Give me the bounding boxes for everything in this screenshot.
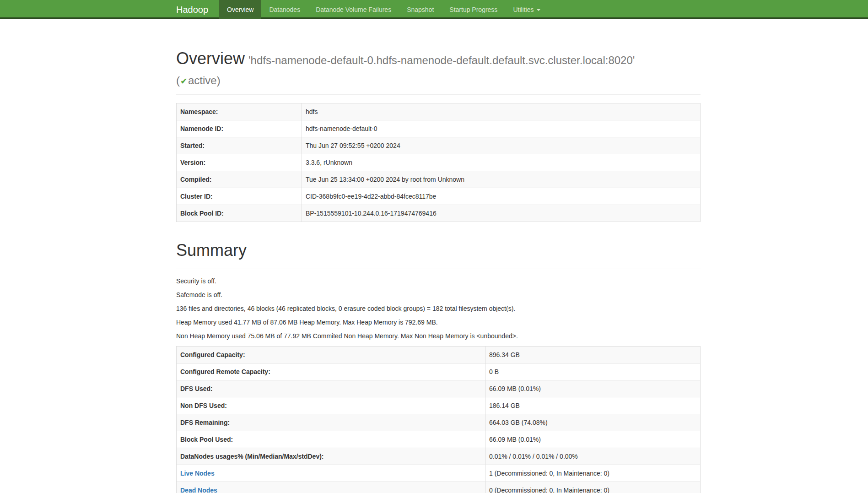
tab-datanode-volume-failures[interactable]: Datanode Volume Failures: [308, 0, 399, 19]
summary-table: Configured Capacity:896.34 GB Configured…: [176, 346, 701, 493]
summary-line-security: Security is off.: [176, 276, 701, 287]
state-open-paren: (: [176, 74, 180, 87]
summary-line-files: 136 files and directories, 46 blocks (46…: [176, 303, 701, 314]
summary-label: DFS Used:: [177, 380, 485, 397]
tab-utilities-label: Utilities: [513, 6, 534, 13]
live-nodes-link[interactable]: Live Nodes: [180, 470, 215, 477]
summary-value: 664.03 GB (74.08%): [485, 414, 701, 431]
summary-value: 66.09 MB (0.01%): [485, 431, 701, 448]
table-row: DFS Remaining:664.03 GB (74.08%): [177, 414, 701, 431]
overview-header: Overview'hdfs-namenode-default-0.hdfs-na…: [176, 49, 701, 95]
table-row: Namespace:hdfs: [177, 103, 701, 120]
info-label: Namespace:: [177, 103, 302, 120]
table-row: Started:Thu Jun 27 09:52:55 +0200 2024: [177, 137, 701, 154]
summary-line-nonheap: Non Heap Memory used 75.06 MB of 77.92 M…: [176, 330, 701, 341]
summary-label: DataNodes usages% (Min/Median/Max/stdDev…: [177, 448, 485, 465]
tab-overview[interactable]: Overview: [219, 0, 261, 19]
navbar-tabs: Overview Datanodes Datanode Volume Failu…: [219, 0, 548, 19]
summary-header: Summary: [176, 240, 701, 269]
navbar: Hadoop Overview Datanodes Datanode Volum…: [0, 0, 868, 19]
table-row: DataNodes usages% (Min/Median/Max/stdDev…: [177, 448, 701, 465]
summary-value: 896.34 GB: [485, 346, 701, 363]
table-row: Configured Capacity:896.34 GB: [177, 346, 701, 363]
info-value: Tue Jun 25 13:34:00 +0200 2024 by root f…: [302, 171, 701, 188]
tab-snapshot[interactable]: Snapshot: [399, 0, 442, 19]
tab-utilities-dropdown[interactable]: Utilities: [505, 0, 548, 19]
summary-value: 1 (Decommissioned: 0, In Maintenance: 0): [485, 465, 701, 482]
tab-datanodes[interactable]: Datanodes: [261, 0, 308, 19]
table-row: Live Nodes1 (Decommissioned: 0, In Maint…: [177, 465, 701, 482]
navbar-brand[interactable]: Hadoop: [176, 0, 219, 19]
namenode-address: 'hdfs-namenode-default-0.hdfs-namenode-d…: [248, 54, 635, 66]
info-value: 3.3.6, rUnknown: [302, 154, 701, 171]
overview-heading: Overview'hdfs-namenode-default-0.hdfs-na…: [176, 49, 701, 89]
summary-value: 186.14 GB: [485, 397, 701, 414]
info-value: Thu Jun 27 09:52:55 +0200 2024: [302, 137, 701, 154]
info-label: Compiled:: [177, 171, 302, 188]
namenode-state: active: [188, 74, 217, 87]
summary-value: 0.01% / 0.01% / 0.01% / 0.00%: [485, 448, 701, 465]
page-title: Overview: [176, 49, 245, 68]
summary-value: 0 B: [485, 363, 701, 380]
dead-nodes-link[interactable]: Dead Nodes: [180, 487, 217, 493]
summary-line-heap: Heap Memory used 41.77 MB of 87.06 MB He…: [176, 317, 701, 328]
info-label: Version:: [177, 154, 302, 171]
table-row: Compiled:Tue Jun 25 13:34:00 +0200 2024 …: [177, 171, 701, 188]
summary-label: DFS Remaining:: [177, 414, 485, 431]
summary-label: Configured Remote Capacity:: [177, 363, 485, 380]
caret-down-icon: [537, 9, 540, 11]
table-row: Cluster ID:CID-368b9fc0-ee19-4d22-abbd-8…: [177, 188, 701, 205]
namenode-info-table: Namespace:hdfs Namenode ID:hdfs-namenode…: [176, 103, 701, 222]
check-icon: ✔: [180, 76, 188, 86]
info-label: Started:: [177, 137, 302, 154]
info-label: Cluster ID:: [177, 188, 302, 205]
table-row: Namenode ID:hdfs-namenode-default-0: [177, 120, 701, 137]
state-close-paren: ): [217, 74, 221, 87]
info-label: Namenode ID:: [177, 120, 302, 137]
info-value: hdfs: [302, 103, 701, 120]
summary-title: Summary: [176, 240, 701, 260]
summary-label: Block Pool Used:: [177, 431, 485, 448]
info-value: CID-368b9fc0-ee19-4d22-abbd-84fcec8117be: [302, 188, 701, 205]
info-value: hdfs-namenode-default-0: [302, 120, 701, 137]
table-row: DFS Used:66.09 MB (0.01%): [177, 380, 701, 397]
table-row: Dead Nodes0 (Decommissioned: 0, In Maint…: [177, 482, 701, 493]
table-row: Version:3.3.6, rUnknown: [177, 154, 701, 171]
table-row: Configured Remote Capacity:0 B: [177, 363, 701, 380]
table-row: Block Pool Used:66.09 MB (0.01%): [177, 431, 701, 448]
tab-startup-progress[interactable]: Startup Progress: [442, 0, 505, 19]
table-row: Block Pool ID:BP-1515559101-10.244.0.16-…: [177, 205, 701, 222]
summary-line-safemode: Safemode is off.: [176, 289, 701, 300]
info-label: Block Pool ID:: [177, 205, 302, 222]
summary-value: 0 (Decommissioned: 0, In Maintenance: 0): [485, 482, 701, 493]
summary-label: Configured Capacity:: [177, 346, 485, 363]
table-row: Non DFS Used:186.14 GB: [177, 397, 701, 414]
navbar-inner: Hadoop Overview Datanodes Datanode Volum…: [176, 0, 868, 19]
main-content: Overview'hdfs-namenode-default-0.hdfs-na…: [176, 49, 701, 493]
summary-label: Non DFS Used:: [177, 397, 485, 414]
info-value: BP-1515559101-10.244.0.16-1719474769416: [302, 205, 701, 222]
summary-value: 66.09 MB (0.01%): [485, 380, 701, 397]
